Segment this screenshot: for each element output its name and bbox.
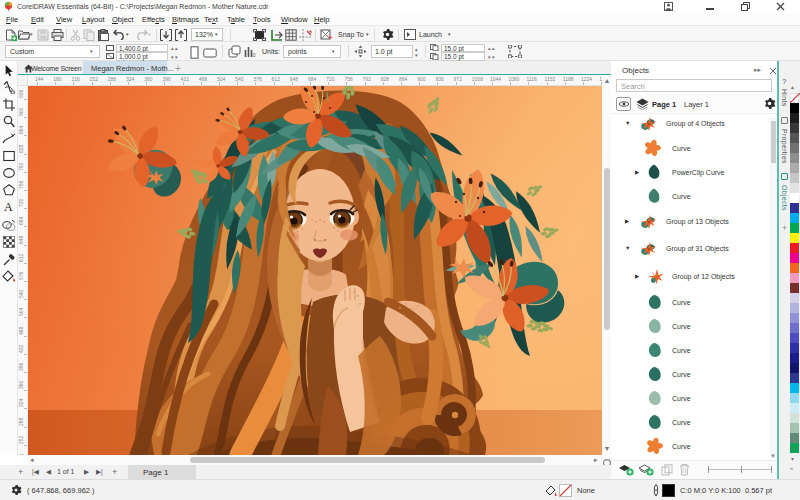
svg-text:0: 0 [253, 52, 256, 58]
